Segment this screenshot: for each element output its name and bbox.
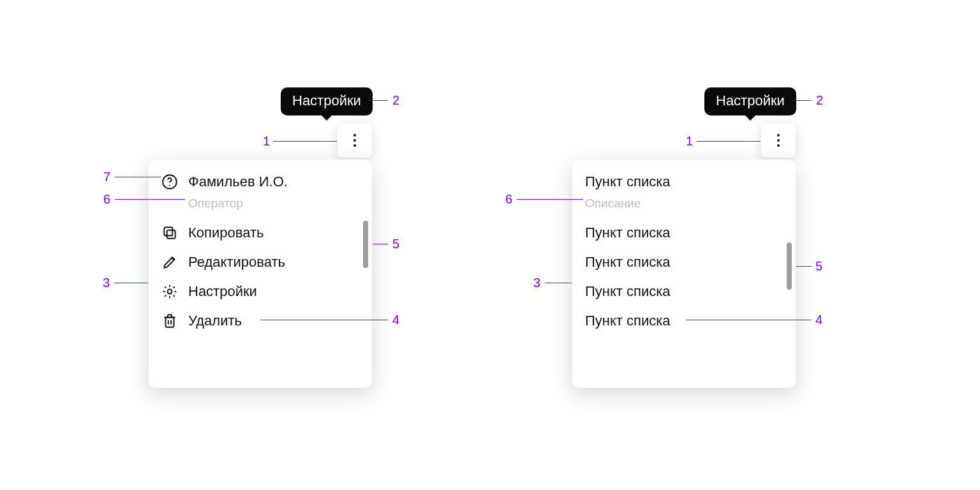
kebab-button-left[interactable] (338, 123, 372, 158)
menu-item-settings[interactable]: Настройки (149, 277, 372, 306)
dropdown-menu-left: Фамильев И.О. Оператор Копировать Редакт… (149, 160, 372, 388)
svg-rect-3 (164, 227, 172, 235)
question-circle-icon (161, 174, 178, 190)
menu-header-item[interactable]: Фамильев И.О. (149, 167, 372, 197)
annotation-5-right: 5 (815, 259, 822, 274)
menu-header-subtitle: Описание (572, 197, 796, 218)
annotation-7-left: 7 (103, 170, 110, 184)
annotation-3-right: 3 (533, 276, 540, 290)
kebab-icon (777, 134, 780, 147)
annotation-line (687, 320, 812, 320)
tooltip-settings-right: Настройки (704, 87, 796, 115)
svg-point-1 (169, 184, 170, 186)
annotation-line (115, 177, 161, 177)
scrollbar-thumb[interactable] (363, 221, 368, 268)
menu-item-label: Удалить (188, 313, 242, 329)
annotation-line (115, 199, 185, 200)
annotation-2-right: 2 (816, 93, 823, 108)
menu-item-label: Пункт списка (585, 225, 671, 241)
scrollbar-thumb[interactable] (787, 242, 792, 290)
svg-point-4 (168, 290, 172, 294)
copy-icon (161, 225, 178, 241)
gear-icon (161, 283, 178, 300)
menu-item-label: Копировать (188, 225, 264, 241)
menu-header-subtitle: Оператор (149, 197, 372, 218)
menu-header-title: Пункт списка (585, 174, 671, 190)
menu-item-label: Пункт списка (585, 283, 671, 300)
svg-rect-2 (167, 230, 175, 239)
annotation-line (792, 100, 812, 101)
annotation-line (273, 141, 337, 142)
kebab-icon (353, 134, 356, 147)
annotation-line (697, 141, 761, 142)
annotation-line (114, 283, 148, 283)
tooltip-label: Настройки (292, 93, 361, 108)
menu-item-label: Настройки (188, 283, 257, 300)
annotation-1-left: 1 (263, 134, 270, 149)
annotation-line (373, 244, 388, 244)
annotation-line (260, 320, 388, 320)
pencil-icon (161, 254, 178, 271)
annotation-line (517, 199, 583, 200)
menu-item-label: Редактировать (188, 254, 285, 271)
annotation-6-right: 6 (505, 192, 512, 207)
menu-item-generic[interactable]: Пункт списка (572, 306, 796, 336)
menu-item-copy[interactable]: Копировать (149, 218, 372, 248)
annotation-6-left: 6 (103, 192, 110, 207)
annotation-5-left: 5 (392, 237, 399, 251)
annotation-3-left: 3 (103, 276, 110, 290)
svg-rect-5 (166, 318, 174, 327)
annotation-2-left: 2 (392, 93, 399, 108)
menu-item-edit[interactable]: Редактировать (149, 248, 372, 277)
annotation-4-right: 4 (815, 313, 822, 327)
menu-item-label: Пункт списка (585, 254, 671, 271)
menu-item-generic[interactable]: Пункт списка (572, 218, 796, 248)
menu-item-label: Пункт списка (585, 313, 671, 329)
annotation-4-left: 4 (392, 313, 399, 327)
annotation-line (545, 283, 572, 283)
kebab-button-right[interactable] (761, 123, 796, 158)
menu-header-item[interactable]: Пункт списка (572, 167, 796, 197)
tooltip-label: Настройки (716, 93, 785, 108)
dropdown-menu-right: Пункт списка Описание Пункт списка Пункт… (572, 160, 796, 388)
annotation-line (369, 100, 388, 101)
menu-item-generic[interactable]: Пункт списка (572, 248, 796, 277)
menu-header-title: Фамильев И.О. (188, 174, 288, 190)
menu-item-generic[interactable]: Пункт списка (572, 277, 796, 306)
tooltip-settings-left: Настройки (281, 87, 373, 115)
annotation-line (796, 266, 812, 267)
trash-icon (161, 313, 178, 329)
menu-item-delete[interactable]: Удалить (149, 306, 372, 336)
annotation-1-right: 1 (686, 134, 693, 149)
